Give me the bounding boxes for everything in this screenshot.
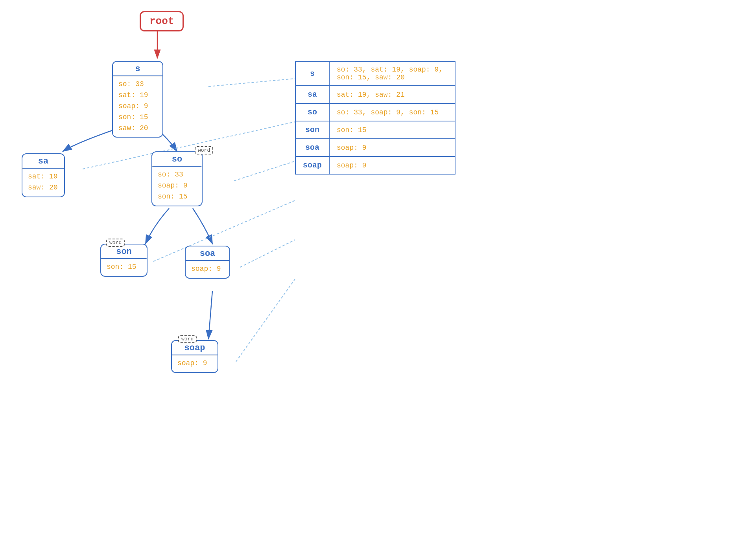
node-s: s so: 33sat: 19soap: 9son: 15saw: 20 [112,61,163,138]
root-node: root [140,11,184,31]
val-cell-so: so: 33, soap: 9, son: 15 [329,103,455,121]
lookup-table: s so: 33, sat: 19, soap: 9,son: 15, saw:… [295,61,455,175]
node-s-body: so: 33sat: 19soap: 9son: 15saw: 20 [113,77,162,137]
word-badge-soap: word [178,335,197,343]
table-row-so: so so: 33, soap: 9, son: 15 [295,103,455,121]
svg-line-3 [208,291,212,339]
key-cell-soa: soa [295,139,329,156]
val-cell-soa: soap: 9 [329,139,455,156]
key-cell-son: son [295,121,329,139]
svg-line-4 [208,79,295,86]
key-cell-soap: soap [295,156,329,174]
key-cell-sa: sa [295,86,329,103]
node-son: son son: 15 [100,244,148,277]
node-so: so so: 33soap: 9son: 15 [151,151,203,206]
node-soap-body: soap: 9 [172,356,218,372]
node-so-body: so: 33soap: 9son: 15 [152,167,202,206]
val-cell-sa: sat: 19, saw: 21 [329,86,455,103]
node-soa-title: soa [186,246,229,260]
root-label: root [149,15,174,27]
node-soa-body: soap: 9 [186,261,229,278]
node-soa: soa soap: 9 [185,246,230,279]
svg-line-6 [234,161,295,181]
node-s-title: s [113,62,162,75]
val-cell-s: so: 33, sat: 19, soap: 9,son: 15, saw: 2… [329,61,455,86]
node-sa-body: sat: 19saw: 20 [22,169,64,197]
table-row-s: s so: 33, sat: 19, soap: 9,son: 15, saw:… [295,61,455,86]
table-row-sa: sa sat: 19, saw: 21 [295,86,455,103]
node-soap: soap soap: 9 [171,340,218,373]
table-row-soap: soap soap: 9 [295,156,455,174]
key-cell-s: s [295,61,329,86]
node-sa: sa sat: 19saw: 20 [22,153,65,197]
svg-line-9 [236,279,295,362]
word-badge-so: word [195,146,213,154]
table-row-soa: soa soap: 9 [295,139,455,156]
val-cell-son: son: 15 [329,121,455,139]
node-son-body: son: 15 [101,259,147,276]
val-cell-soap: soap: 9 [329,156,455,174]
word-badge-son: word [106,239,125,247]
table-row-son: son son: 15 [295,121,455,139]
svg-line-8 [240,240,295,267]
node-so-title: so [152,152,202,166]
key-cell-so: so [295,103,329,121]
node-sa-title: sa [22,154,64,168]
